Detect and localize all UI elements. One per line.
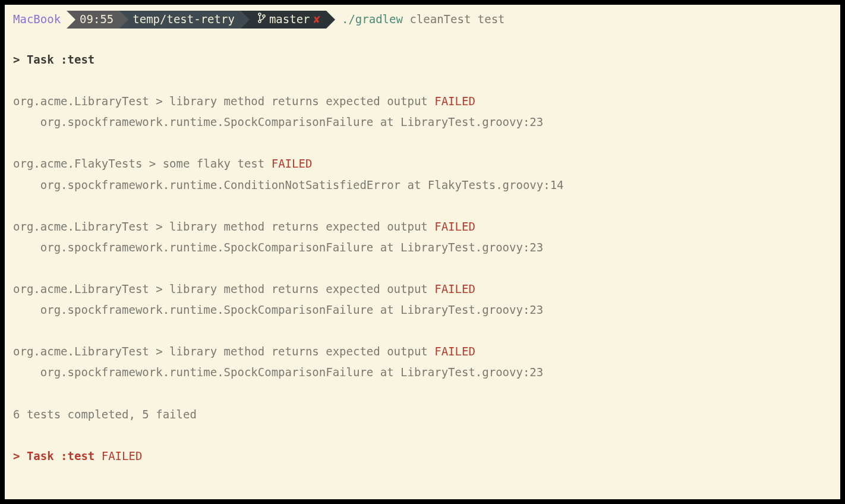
git-branch-icon [257, 9, 266, 30]
failure-title: org.acme.LibraryTest > library method re… [13, 220, 434, 233]
failure-status: FAILED [434, 345, 475, 358]
failure-detail: org.spockframework.runtime.SpockComparis… [5, 300, 840, 320]
failure-header: org.acme.LibraryTest > library method re… [5, 279, 840, 300]
prompt-host-segment: MacBook [5, 11, 67, 29]
failure-detail: org.spockframework.runtime.ConditionNotS… [5, 175, 840, 196]
failure-detail: org.spockframework.runtime.SpockComparis… [5, 362, 840, 383]
svg-point-0 [258, 13, 261, 15]
failure-header: org.acme.FlakyTests > some flaky test FA… [5, 153, 840, 174]
svg-point-2 [263, 15, 265, 17]
failure-status: FAILED [434, 220, 475, 233]
prompt-host: MacBook [13, 9, 61, 30]
prompt-path-segment: temp/test-retry [119, 11, 241, 29]
command-args: cleanTest test [409, 12, 505, 26]
prompt-branch-segment: master ✘ [241, 11, 326, 29]
failure-title: org.acme.LibraryTest > library method re… [13, 94, 434, 108]
failure-title: org.acme.LibraryTest > library method re… [13, 345, 434, 358]
git-dirty-icon: ✘ [314, 9, 320, 30]
command-input[interactable]: ./gradlew cleanTest test [326, 9, 505, 30]
task-header: > Task :test [5, 49, 840, 70]
failure-status: FAILED [434, 282, 475, 295]
failure-status: FAILED [272, 157, 313, 170]
prompt-path: temp/test-retry [133, 9, 235, 30]
failure-header: org.acme.LibraryTest > library method re… [5, 341, 840, 362]
test-summary: 6 tests completed, 5 failed [5, 404, 840, 425]
task-footer-status: FAILED [102, 449, 143, 462]
failure-status: FAILED [434, 94, 475, 108]
task-footer-prefix: > Task :test [13, 449, 102, 462]
prompt-time: 09:55 [80, 9, 113, 30]
failure-title: org.acme.LibraryTest > library method re… [13, 282, 434, 295]
failure-detail: org.spockframework.runtime.SpockComparis… [5, 112, 840, 133]
terminal-window[interactable]: MacBook 09:55 temp/test-retry master ✘ [5, 5, 840, 499]
failure-detail: org.spockframework.runtime.SpockComparis… [5, 237, 840, 258]
task-footer: > Task :test FAILED [5, 446, 840, 467]
failure-header: org.acme.LibraryTest > library method re… [5, 91, 840, 112]
command-binary: ./gradlew [342, 12, 403, 26]
prompt-branch: master [269, 9, 310, 30]
failures-list: org.acme.LibraryTest > library method re… [5, 91, 840, 404]
failure-title: org.acme.FlakyTests > some flaky test [13, 157, 272, 170]
prompt-line: MacBook 09:55 temp/test-retry master ✘ [5, 11, 840, 29]
failure-header: org.acme.LibraryTest > library method re… [5, 216, 840, 237]
